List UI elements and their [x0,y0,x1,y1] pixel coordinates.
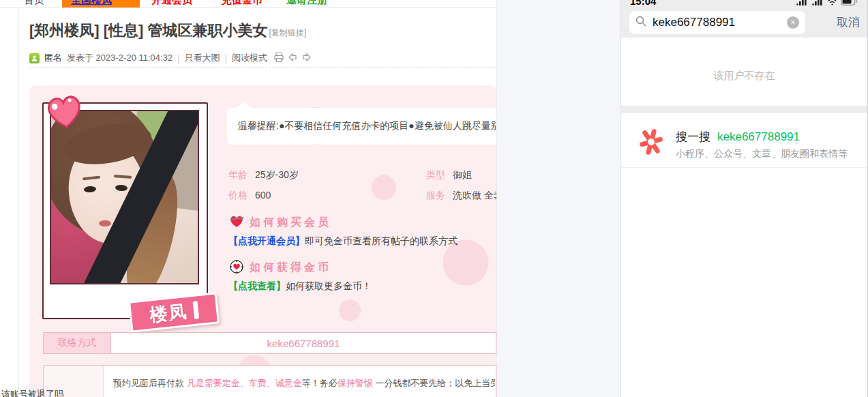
attr-age-label: 年龄 [228,169,248,181]
wifi-icon [828,0,837,8]
get-coins-text: 如何获取更多金币！ [286,280,372,291]
attr-service-label: 服务 [426,190,445,202]
screen: 首页 全国楼凤 开通会员 充值金币 邀请注册 [郑州楼凤] [性息] 管城区兼职… [0,0,868,397]
sousou-query: keke667788991 [717,130,800,143]
author-name[interactable]: 匿名 [44,52,62,64]
nav-item-home[interactable]: 首页 [24,0,44,8]
section-divider [621,106,867,113]
buy-membership-text: 即可免金币查看所有帖子的联系方式 [305,235,458,246]
anonymous-avatar-icon [29,53,40,63]
search-input-box[interactable]: × [629,11,805,34]
printer-icon[interactable] [273,52,284,65]
get-coins-title: 如何获得金币 [250,261,331,275]
post-photo[interactable]: 楼凤 [42,102,208,319]
search-input[interactable] [651,15,782,30]
badge-bar [192,301,199,319]
copy-link[interactable]: [复制链接] [269,28,307,38]
buy-membership-title: 如何购买会员 [250,216,331,230]
get-coins-line: 【点我查看】如何获取更多金币！ [228,280,372,293]
notice-text: 温馨提醒:●不要相信任何充值办卡的项目●避免被仙人跳尽量别在酒店约 [238,120,496,132]
nav-item-invite[interactable]: 邀请注册 [286,0,327,8]
search-icon [635,16,646,29]
attr-type-value: 御姐 [453,169,496,181]
cellular-signal-icon [796,0,808,8]
status-bar-time: 15:04 [630,0,656,7]
click-view-link[interactable]: 【点我查看】 [228,280,286,291]
warning-seg: 等！务必 [302,378,338,388]
buy-membership-line: 【点我开通会员】即可免金币查看所有帖子的联系方式 [228,235,458,248]
warning-seg-pink: 保持警惕 [338,378,373,388]
wechat-search-screen: 15:04 × [620,0,868,397]
wechat-sousou-icon [636,127,666,157]
user-not-exist-hint: 该用户不存在 [621,70,867,83]
cellular-signal-icon [812,0,824,8]
photo-badge-text: 楼凤 [149,299,189,327]
search-header: 15:04 × [621,0,867,38]
post-content-card: 楼凤 温馨提醒:●不要相信任何充值办卡的项目●避免被仙人跳尽量别在酒店约 年龄 … [29,85,496,397]
sousou-result-row[interactable]: 搜一搜keke667788991 小程序、公众号、文章、朋友圈和表情等 [621,113,867,168]
battery-icon [841,0,858,8]
separator: | [225,53,227,63]
heart-sticker-icon [43,91,87,134]
status-bar-icons [796,0,858,8]
open-membership-link[interactable]: 【点我开通会员】 [228,235,305,246]
sousou-title: 搜一搜 [676,130,710,143]
contact-row: 联络方式 keke667788991 [43,332,496,354]
dashed-divider [29,68,496,68]
sousou-title-row: 搜一搜keke667788991 [676,129,800,145]
nav-divider [0,8,496,8]
attr-type-label: 类型 [426,169,445,181]
warning-seg: 预约见面后再付款 [113,378,187,388]
warning-seg-pink: 凡是需要定金、车费、诚意金 [187,378,302,388]
warning-box: 预约见面后再付款 凡是需要定金、车费、诚意金等！务必保持警惕 一分钱都不要先给；… [43,365,496,397]
attr-price-value: 600 [255,190,391,201]
contact-value[interactable]: keke667788991 [111,332,496,354]
page-title: [郑州楼凤] [性息] 管城区兼职小美女[复制链接] [29,20,493,41]
heart-target-icon [228,259,245,275]
notice-bubble: 温馨提醒:●不要相信任何充值办卡的项目●避免被仙人跳尽量别在酒店约 [227,108,496,145]
sousou-subtitle: 小程序、公众号、文章、朋友圈和表情等 [676,148,848,160]
clear-icon[interactable]: × [787,16,799,29]
contact-label: 联络方式 [43,332,111,354]
nav-item-membership[interactable]: 开通会员 [151,0,192,8]
top-nav: 首页 全国楼凤 开通会员 充值金币 邀请注册 [0,0,496,8]
warning-seg: 一分钱都不要先给；以免上当受骗！ [373,378,495,388]
nav-item-national[interactable]: 全国楼凤 [71,0,112,8]
warning-text: 预约见面后再付款 凡是需要定金、车费、诚意金等！务必保持警惕 一分钱都不要先给；… [113,377,495,389]
photo-art [50,110,199,284]
read-mode-link[interactable]: 阅读模式 [232,52,267,64]
nav-item-recharge[interactable]: 充值金币 [222,0,263,8]
attr-service-value: 洗吹做 全套服务 [453,190,496,202]
arrow-right-icon[interactable] [301,53,312,64]
post-title-text: [郑州楼凤] [性息] 管城区兼职小美女 [29,22,268,39]
heart-arrow-icon [228,214,245,230]
post-meta: 匿名 发表于 2023-2-20 11:04:32 | 只看大图 | 阅读模式 [29,52,312,64]
forum-page: 首页 全国楼凤 开通会员 充值金币 邀请注册 [郑州楼凤] [性息] 管城区兼职… [0,0,496,397]
attr-price-label: 价格 [228,190,248,202]
attr-age-value: 25岁-30岁 [255,169,391,181]
separator: | [177,53,179,63]
cancel-button[interactable]: 取消 [837,14,860,30]
view-large-link[interactable]: 只看大图 [185,52,220,64]
lips [99,220,111,226]
clipped-status-text: 该账号被退了吗 [1,388,76,397]
photo-badge: 楼凤 [128,292,220,332]
arrow-left-icon[interactable] [288,53,298,64]
posted-time: 发表于 2023-2-20 11:04:32 [67,52,173,64]
content-left-border [18,8,19,397]
side-panel-gutter [496,0,620,397]
